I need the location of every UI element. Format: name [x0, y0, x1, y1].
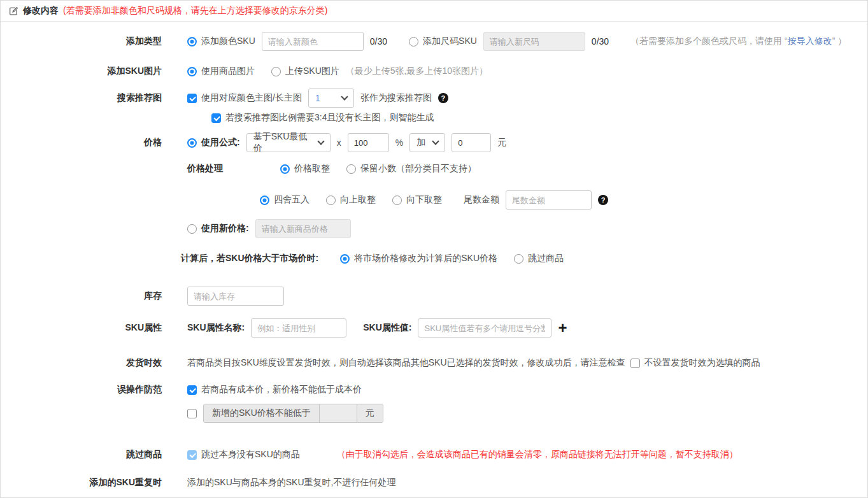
row-new-price: 使用新价格: [1, 219, 867, 238]
use-product-image-option[interactable]: 使用商品图片 [187, 66, 255, 77]
round-price-option[interactable]: 价格取整 [280, 163, 330, 174]
duplicate-label: 添加的SKU重复时 [1, 477, 162, 488]
stock-label: 库存 [1, 290, 162, 302]
smart-generate-option[interactable]: 若搜索推荐图比例需要3:4且没有长主图，则智能生成 [211, 112, 434, 124]
row-delivery: 发货时效 若商品类目按SKU维度设置发货时效，则自动选择该商品其他SKU已选择的… [1, 355, 867, 371]
panel-header: 修改内容 (若需要添加非颜色和尺码规格，请先在上方选择要修改的京东分类) [1, 1, 867, 22]
image-count-select[interactable]: 1 [308, 89, 354, 108]
use-color-main-image-checkbox[interactable] [187, 94, 197, 103]
use-new-price-option[interactable]: 使用新价格: [187, 223, 249, 234]
cost-price-guard-label[interactable]: 若商品有成本价，新价格不能低于成本价 [201, 384, 362, 395]
duplicate-text: 添加的SKU与商品本身的SKU重复时,不进行任何处理 [187, 477, 395, 488]
sku-attr-value-input[interactable] [418, 318, 551, 338]
price-base-select[interactable]: 基于SKU最低价 [246, 133, 331, 152]
import-modify-link[interactable]: 按导入修改 [788, 36, 832, 47]
keep-decimal-radio[interactable] [346, 164, 356, 174]
use-color-main-image-option[interactable]: 使用对应颜色主图/长主图 [187, 92, 302, 104]
price-op-value: 加 [416, 137, 425, 148]
modify-content-panel: 修改内容 (若需要添加非颜色和尺码规格，请先在上方选择要修改的京东分类) 添加类… [0, 0, 868, 498]
round-down-label[interactable]: 向下取整 [406, 194, 442, 206]
size-char-counter: 0/30 [592, 36, 609, 46]
round-down-radio[interactable] [392, 196, 402, 205]
upload-sku-image-radio[interactable] [271, 67, 281, 76]
round-half-radio[interactable] [260, 196, 269, 205]
skip-no-sku-label: 跳过本身没有SKU的商品 [201, 449, 300, 460]
round-down-option[interactable]: 向下取整 [392, 194, 442, 206]
skip-product-label[interactable]: 跳过商品 [528, 253, 564, 264]
upload-sku-image-option[interactable]: 上传SKU图片 [271, 66, 339, 77]
price-op-select[interactable]: 加 [409, 133, 445, 152]
use-product-image-radio[interactable] [187, 67, 197, 76]
panel-warning: (若需要添加非颜色和尺码规格，请先在上方选择要修改的京东分类) [63, 5, 327, 17]
row-mistake: 误操作防范 若商品有成本价，新价格不能低于成本价 [1, 382, 867, 397]
use-formula-option[interactable]: 使用公式: [187, 137, 240, 148]
sku-image-note: （最少上传5张,最多上传10张图片） [346, 66, 488, 77]
sku-image-label: 添加SKU图片 [1, 66, 162, 77]
delivery-optional-option[interactable]: 不设置发货时效为选填的商品 [630, 357, 760, 369]
modify-market-price-label[interactable]: 将市场价格修改为计算后的SKU价格 [354, 253, 497, 264]
after-select-text: 张作为搜索推荐图 [360, 92, 432, 104]
add-color-sku-option[interactable]: 添加颜色SKU [187, 36, 255, 47]
price-label: 价格 [1, 137, 162, 148]
round-up-option[interactable]: 向上取整 [326, 194, 376, 206]
panel-title: 修改内容 [23, 5, 59, 17]
yuan-unit: 元 [497, 137, 506, 148]
round-half-label[interactable]: 四舍五入 [274, 194, 309, 206]
min-price-group: 新增的SKU价格不能低于 元 [203, 404, 383, 423]
skip-no-sku-checkbox [187, 450, 197, 460]
round-half-option[interactable]: 四舍五入 [260, 194, 309, 206]
percent-input[interactable] [348, 133, 389, 152]
use-color-main-image-label[interactable]: 使用对应颜色主图/长主图 [201, 92, 302, 104]
add-color-sku-radio[interactable] [187, 37, 197, 46]
keep-decimal-label[interactable]: 保留小数（部分类目不支持） [360, 163, 476, 174]
stock-input[interactable] [187, 287, 284, 306]
round-price-radio[interactable] [280, 164, 290, 174]
skip-product-radio[interactable] [514, 254, 523, 264]
keep-decimal-option[interactable]: 保留小数（部分类目不支持） [346, 163, 476, 174]
add-type-note: （若需要添加多个颜色或尺码，请使用 “ 按导入修改 ” ） [630, 36, 846, 47]
round-price-label[interactable]: 价格取整 [294, 163, 330, 174]
tail-amount-help-icon[interactable]: ? [598, 195, 608, 205]
amount-input[interactable] [452, 133, 491, 152]
delivery-optional-checkbox[interactable] [630, 359, 640, 368]
row-skip: 跳过商品 跳过本身没有SKU的商品 （由于取消勾选后，会造成该商品已有的销量会清… [1, 447, 867, 462]
use-new-price-label[interactable]: 使用新价格: [201, 223, 249, 234]
search-image-help-icon[interactable]: ? [438, 93, 448, 103]
modify-market-price-radio[interactable] [340, 254, 350, 264]
skip-product-option[interactable]: 跳过商品 [514, 253, 564, 264]
color-char-counter: 0/30 [370, 36, 387, 46]
add-size-sku-radio[interactable] [409, 37, 418, 46]
use-formula-radio[interactable] [187, 138, 197, 148]
row-sku-image: 添加SKU图片 使用商品图片 上传SKU图片 （最少上传5张,最多上传10张图片… [1, 63, 867, 80]
use-product-image-label[interactable]: 使用商品图片 [201, 66, 255, 77]
round-up-radio[interactable] [326, 196, 336, 205]
use-formula-label[interactable]: 使用公式: [201, 137, 240, 148]
min-price-guard-checkbox[interactable] [187, 409, 197, 418]
add-size-sku-option[interactable]: 添加尺码SKU [409, 36, 477, 47]
cost-price-guard-option[interactable]: 若商品有成本价，新价格不能低于成本价 [187, 384, 362, 395]
skip-warning: （由于取消勾选后，会造成该商品已有的销量会清零，原商品链接将无法打开等问题，暂不… [337, 449, 738, 460]
use-new-price-radio[interactable] [187, 224, 197, 234]
sku-attr-name-input[interactable] [251, 318, 346, 338]
percent-sign: % [395, 138, 403, 148]
row-mistake-min-price: 新增的SKU价格不能低于 元 [1, 404, 867, 423]
add-size-sku-label[interactable]: 添加尺码SKU [423, 36, 477, 47]
note-prefix: （若需要添加多个颜色或尺码，请使用 “ [630, 36, 788, 47]
chevron-down-icon [341, 93, 348, 100]
smart-generate-checkbox[interactable] [211, 113, 221, 123]
row-sku-attr: SKU属性 SKU属性名称: SKU属性值: + [1, 318, 867, 338]
add-attribute-icon[interactable]: + [558, 322, 567, 334]
min-price-input [319, 404, 357, 422]
row-add-type: 添加类型 添加颜色SKU 0/30 添加尺码SKU 0/30 （若需要添加多个颜… [1, 32, 867, 51]
delivery-optional-label[interactable]: 不设置发货时效为选填的商品 [644, 357, 760, 369]
modify-market-price-option[interactable]: 将市场价格修改为计算后的SKU价格 [340, 253, 497, 264]
modify-form: 添加类型 添加颜色SKU 0/30 添加尺码SKU 0/30 （若需要添加多个颜… [1, 22, 867, 490]
tail-amount-input[interactable] [506, 190, 592, 210]
round-up-label[interactable]: 向上取整 [340, 194, 376, 206]
cost-price-guard-checkbox[interactable] [187, 385, 197, 395]
new-color-input[interactable] [262, 32, 364, 51]
row-rounding: 四舍五入 向上取整 向下取整 尾数金额 ? [1, 190, 867, 210]
add-color-sku-label[interactable]: 添加颜色SKU [201, 36, 255, 47]
smart-generate-label[interactable]: 若搜索推荐图比例需要3:4且没有长主图，则智能生成 [225, 112, 434, 124]
upload-sku-image-label[interactable]: 上传SKU图片 [285, 66, 339, 77]
